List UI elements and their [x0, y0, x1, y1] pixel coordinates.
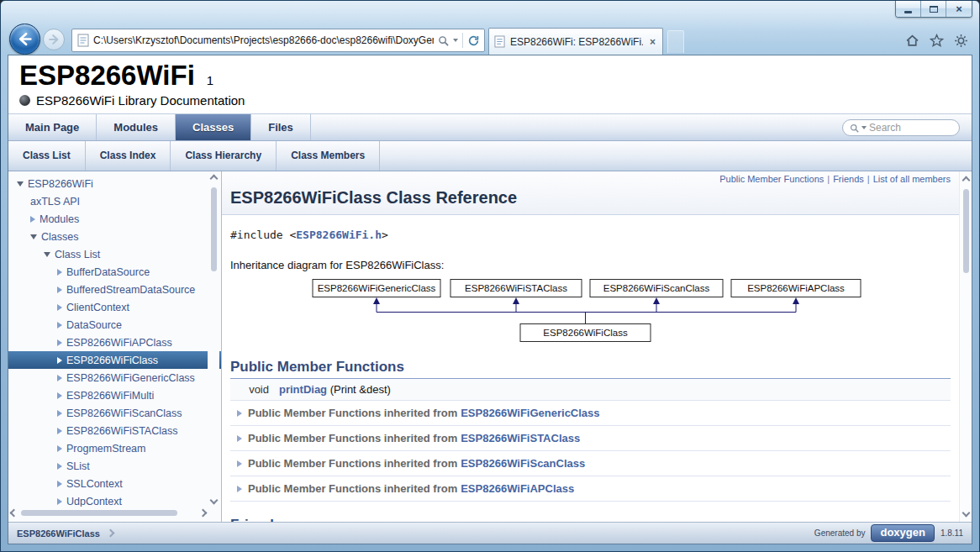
- sidebar-item[interactable]: BufferDataSource: [8, 263, 221, 281]
- summary-link-friends[interactable]: Friends: [833, 174, 864, 184]
- scrollbar-thumb[interactable]: [21, 510, 177, 516]
- browser-tab[interactable]: ESP8266WiFi: ESP8266WiFi... ×: [488, 28, 663, 55]
- chevron-right-icon[interactable]: [237, 486, 242, 492]
- scroll-down-icon[interactable]: [962, 509, 970, 518]
- scrollbar-thumb[interactable]: [211, 187, 217, 271]
- sidebar-item[interactable]: axTLS API: [8, 192, 221, 210]
- inherited-members-row[interactable]: Public Member Functions inherited fromES…: [230, 476, 951, 502]
- chevron-right-icon[interactable]: [237, 460, 242, 467]
- chevron-right-icon[interactable]: [57, 375, 62, 381]
- sidebar-item[interactable]: DataSource: [8, 316, 221, 334]
- search-icon[interactable]: [438, 35, 449, 46]
- inherited-class-link[interactable]: ESP8266WiFiSTAClass: [461, 432, 580, 444]
- inherited-members-row[interactable]: Public Member Functions inherited fromES…: [230, 451, 951, 476]
- sidebar-item[interactable]: ClientContext: [8, 298, 221, 316]
- sidebar-item[interactable]: SSLContext: [8, 475, 221, 492]
- chevron-right-icon[interactable]: [57, 463, 62, 470]
- chevron-down-icon[interactable]: [30, 234, 37, 239]
- diagram-parent-node[interactable]: ESP8266WiFiScanClass: [603, 283, 710, 293]
- sidebar-item[interactable]: ESP8266WiFi: [8, 175, 221, 192]
- address-bar[interactable]: C:\Users\Krzysztof\Documents\Projects\es…: [71, 29, 485, 52]
- chevron-right-icon[interactable]: [57, 357, 62, 364]
- sidebar-horizontal-scrollbar[interactable]: [11, 507, 206, 519]
- sidebar-item[interactable]: ESP8266WiFiGenericClass: [8, 369, 221, 386]
- sidebar-vertical-scrollbar[interactable]: [208, 176, 219, 503]
- tab-close-icon[interactable]: ×: [648, 36, 657, 48]
- diagram-parent-node[interactable]: ESP8266WiFiAPClass: [747, 283, 845, 293]
- sidebar-item[interactable]: SList: [8, 457, 221, 475]
- content-header: Public Member Functions|Friends|List of …: [222, 171, 959, 215]
- url-text[interactable]: C:\Users\Krzysztof\Documents\Projects\es…: [93, 34, 434, 46]
- search-input[interactable]: [869, 122, 952, 134]
- tab-classes[interactable]: Classes: [176, 114, 251, 140]
- sidebar-item[interactable]: ProgmemStream: [8, 439, 221, 457]
- chevron-right-icon[interactable]: [57, 410, 62, 417]
- sidebar-item[interactable]: ESP8266WiFiMulti: [8, 386, 221, 404]
- refresh-icon[interactable]: [467, 34, 480, 47]
- tab-class-list[interactable]: Class List: [8, 141, 86, 171]
- chevron-right-icon[interactable]: [57, 339, 62, 346]
- search-dropdown-caret-icon[interactable]: [453, 39, 458, 42]
- settings-gear-icon[interactable]: [954, 34, 968, 48]
- scroll-left-icon[interactable]: [10, 509, 18, 518]
- tab-modules[interactable]: Modules: [97, 114, 176, 140]
- inherited-class-link[interactable]: ESP8266WiFiAPClass: [461, 482, 574, 495]
- close-button[interactable]: ×: [946, 1, 972, 17]
- tab-class-members[interactable]: Class Members: [277, 141, 380, 171]
- sidebar-item-selected[interactable]: ESP8266WiFiClass: [8, 351, 221, 369]
- sidebar-item[interactable]: BufferedStreamDataSource: [8, 281, 221, 298]
- tab-class-index[interactable]: Class Index: [86, 141, 171, 171]
- tab-files[interactable]: Files: [251, 114, 311, 140]
- maximize-button[interactable]: [921, 1, 946, 17]
- summary-link-all-members[interactable]: List of all members: [873, 174, 951, 184]
- new-tab-stub[interactable]: [667, 30, 684, 53]
- scroll-down-icon[interactable]: [209, 497, 218, 505]
- back-button[interactable]: [9, 24, 40, 55]
- scroll-right-icon[interactable]: [199, 509, 208, 518]
- tab-title[interactable]: ESP8266WiFi: ESP8266WiFi...: [510, 36, 643, 48]
- doc-search-box[interactable]: [842, 119, 960, 136]
- diagram-parent-node[interactable]: ESP8266WiFiGenericClass: [318, 283, 436, 293]
- chevron-right-icon[interactable]: [57, 269, 62, 276]
- summary-link-public-members[interactable]: Public Member Functions: [719, 174, 824, 184]
- member-name-link[interactable]: printDiag: [279, 383, 327, 396]
- chevron-right-icon[interactable]: [57, 428, 62, 434]
- sidebar-item[interactable]: Classes: [8, 228, 221, 245]
- doxygen-logo[interactable]: doxygen: [871, 524, 934, 542]
- chevron-down-icon[interactable]: [17, 181, 24, 187]
- chevron-right-icon[interactable]: [57, 304, 62, 311]
- scrollbar-thumb[interactable]: [963, 189, 969, 273]
- search-options-caret-icon[interactable]: [861, 126, 867, 129]
- chevron-right-icon[interactable]: [237, 410, 242, 417]
- tab-class-hierarchy[interactable]: Class Hierarchy: [171, 141, 277, 171]
- sidebar-item[interactable]: Modules: [8, 210, 221, 228]
- chevron-right-icon[interactable]: [57, 392, 62, 399]
- include-file-link[interactable]: ESP8266WiFi.h: [296, 229, 382, 241]
- chevron-right-icon[interactable]: [30, 216, 35, 223]
- inherited-members-row[interactable]: Public Member Functions inherited fromES…: [230, 426, 951, 451]
- content-vertical-scrollbar[interactable]: [959, 171, 972, 522]
- diagram-parent-node[interactable]: ESP8266WiFiSTAClass: [465, 283, 567, 293]
- chevron-right-icon[interactable]: [237, 435, 242, 442]
- favorites-star-icon[interactable]: [930, 34, 944, 48]
- breadcrumb[interactable]: ESP8266WiFiClass: [17, 528, 113, 539]
- chevron-right-icon[interactable]: [57, 481, 62, 487]
- chevron-right-icon[interactable]: [57, 445, 62, 452]
- chevron-right-icon[interactable]: [57, 322, 62, 329]
- inherited-members-row[interactable]: Public Member Functions inherited fromES…: [230, 401, 951, 426]
- home-icon[interactable]: [905, 34, 919, 48]
- chevron-right-icon[interactable]: [57, 287, 62, 293]
- sidebar-item[interactable]: Class List: [8, 245, 221, 263]
- scroll-up-icon[interactable]: [209, 175, 218, 183]
- sidebar-item[interactable]: ESP8266WiFiSTAClass: [8, 422, 221, 439]
- forward-button[interactable]: [43, 29, 65, 50]
- tab-main-page[interactable]: Main Page: [8, 114, 97, 140]
- inherited-class-link[interactable]: ESP8266WiFiGenericClass: [461, 407, 599, 419]
- inherited-class-link[interactable]: ESP8266WiFiScanClass: [461, 457, 585, 470]
- sidebar-item[interactable]: ESP8266WiFiAPClass: [8, 334, 221, 351]
- chevron-down-icon[interactable]: [44, 252, 50, 257]
- sidebar-item[interactable]: ESP8266WiFiScanClass: [8, 404, 221, 422]
- minimize-button[interactable]: [896, 1, 921, 17]
- chevron-right-icon[interactable]: [57, 498, 62, 505]
- scroll-up-icon[interactable]: [962, 176, 970, 185]
